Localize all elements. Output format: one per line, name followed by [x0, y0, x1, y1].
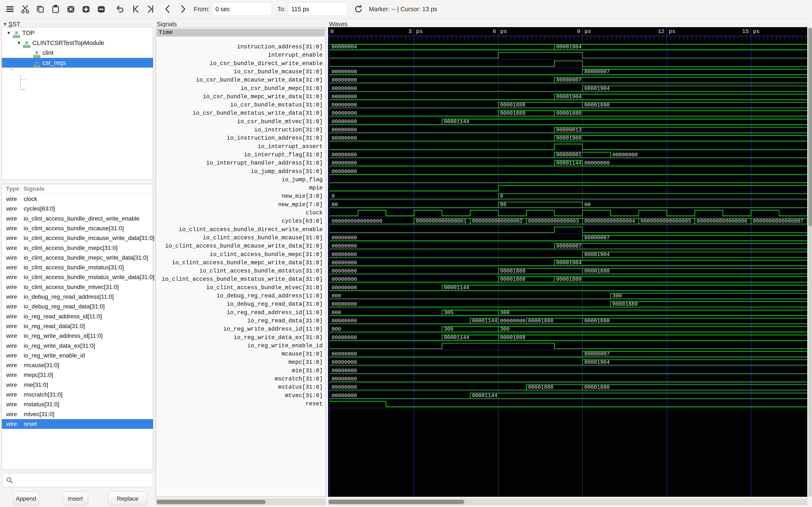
signal-name-row[interactable]: io_csr_bundle_mepc_write_data[31:0] [156, 93, 326, 101]
signal-name-row[interactable]: io_clint_access_bundle_mcause[31:0] [156, 234, 326, 242]
signal-name-row[interactable]: new_mpie[7:0] [156, 201, 326, 209]
signal-name-row[interactable]: io_reg_write_enable_id [156, 342, 326, 350]
table-row[interactable]: wiremie[31:0] [2, 380, 153, 390]
signal-name-row[interactable]: io_clint_access_bundle_mstatus_write_dat… [156, 275, 326, 283]
signal-name-row[interactable]: io_reg_write_data_ex[31:0] [156, 334, 326, 342]
table-row[interactable]: wireio_clint_access_bundle_mcause_write_… [2, 233, 153, 243]
zoom-out-icon[interactable] [96, 3, 107, 15]
signal-name-row[interactable]: mscratch[31:0] [156, 375, 326, 383]
wave-canvas[interactable]: 03ps6ps9ps12ps15ps0000000400001904000000… [328, 27, 807, 497]
table-row[interactable]: wirecycles[63:0] [2, 204, 153, 214]
expander-icon[interactable]: ▼ [17, 38, 21, 48]
from-input[interactable]: 0 sec [212, 2, 272, 16]
signal-name-row[interactable]: new_mie[3:0] [156, 192, 326, 201]
table-row[interactable]: wireio_reg_write_address_id[11:0] [2, 331, 153, 341]
sst-expander-icon[interactable]: ▼ [3, 22, 7, 26]
table-row[interactable]: wireio_reg_read_data[31:0] [2, 321, 153, 331]
table-row[interactable]: wireio_clint_access_bundle_direct_write_… [2, 214, 153, 224]
prev-icon[interactable] [162, 3, 173, 15]
signal-name-row[interactable]: io_interrupt_assert [156, 143, 326, 151]
signal-name-row[interactable]: io_jump_flag [156, 176, 326, 184]
expander-icon[interactable]: ▼ [7, 28, 11, 38]
signal-name-row[interactable]: io_jump_address[31:0] [156, 168, 326, 176]
signal-name-row[interactable]: interrupt_enable [156, 51, 326, 59]
append-button[interactable]: Append [13, 492, 39, 506]
signal-name-row[interactable]: io_csr_bundle_mtvec[31:0] [156, 118, 326, 126]
signal-name-row[interactable]: clock [156, 209, 326, 217]
signal-name-row[interactable]: mepc[31:0] [156, 358, 326, 367]
signal-name-row[interactable]: io_reg_read_data[31:0] [156, 317, 326, 325]
replace-button[interactable]: Replace [108, 492, 147, 506]
tree-item-CLINTCSRTestTopModule[interactable]: ▼CLINTCSRTestTopModule [2, 38, 153, 48]
search-input[interactable] [2, 473, 153, 487]
zoom-fit-icon[interactable] [65, 3, 76, 15]
signal-name-row[interactable]: io_clint_access_bundle_mcause_write_data… [156, 242, 326, 250]
zoom-in-icon[interactable] [81, 3, 91, 15]
signal-name-row[interactable]: io_reg_write_address_id[11:0] [156, 325, 326, 333]
table-row[interactable]: wireio_clint_access_bundle_mepc_write_da… [2, 253, 153, 263]
reload-icon[interactable] [353, 3, 364, 15]
signal-name-row[interactable]: io_interrupt_flag[31:0] [156, 151, 326, 159]
next-icon[interactable] [177, 3, 188, 15]
signal-name-row[interactable]: mie[31:0] [156, 367, 326, 375]
paste-icon[interactable] [50, 3, 61, 15]
signals-hscrollbar-thumb[interactable] [157, 500, 266, 504]
undo-icon[interactable] [115, 3, 125, 15]
signal-name-row[interactable]: mcause[31:0] [156, 350, 326, 358]
waves-hscrollbar-thumb[interactable] [328, 500, 464, 504]
skip-start-icon[interactable] [130, 3, 141, 15]
signal-name-row[interactable]: io_csr_bundle_mcause_write_data[31:0] [156, 76, 326, 84]
table-row[interactable]: wiremscratch[31:0] [2, 390, 153, 399]
insert-button[interactable]: Insert [63, 492, 88, 506]
signal-name-row[interactable]: io_instruction[31:0] [156, 126, 326, 134]
table-row[interactable]: wireio_clint_access_bundle_mepc[31:0] [2, 243, 153, 253]
table-row[interactable]: wiremtvec[31:0] [2, 409, 153, 419]
waves-vscrollbar-thumb[interactable] [808, 28, 812, 226]
table-row[interactable]: wireio_clint_access_bundle_mstatus_write… [2, 272, 153, 282]
signal-name-row[interactable]: mstatus[31:0] [156, 383, 326, 391]
waves-vscrollbar[interactable] [808, 27, 812, 497]
signal-name-row[interactable]: io_csr_bundle_mepc[31:0] [156, 84, 326, 93]
menu-icon[interactable] [5, 3, 15, 15]
signal-name-row[interactable]: io_csr_bundle_direct_write_enable [156, 60, 326, 68]
signal-name-row[interactable]: io_csr_bundle_mstatus_write_data[31:0] [156, 109, 326, 117]
table-row[interactable]: wireio_clint_access_bundle_mtvec[31:0] [2, 282, 153, 292]
signal-name-row[interactable]: io_debug_reg_read_address[11:0] [156, 292, 326, 300]
signal-name-row[interactable]: mtvec[31:0] [156, 392, 326, 400]
waves-hscrollbar[interactable] [328, 499, 807, 505]
column-header-type[interactable]: Type [6, 184, 19, 193]
table-row[interactable]: wireio_reg_write_enable_id [2, 351, 153, 360]
tree-item-csr_regs[interactable]: csr_regs [2, 58, 153, 68]
time-column-header[interactable]: Time [156, 29, 325, 37]
tree-item-clint[interactable]: clint [2, 48, 153, 58]
table-row[interactable]: wiremepc[31:0] [2, 370, 153, 380]
signal-name-row[interactable]: io_interrupt_handler_address[31:0] [156, 159, 326, 167]
signal-name-row[interactable]: io_csr_bundle_mstatus[31:0] [156, 101, 326, 109]
signal-name-row[interactable]: reset [156, 400, 326, 408]
column-header-signals[interactable]: Signals [23, 184, 45, 193]
tree-item-TOP[interactable]: ▼TOP [2, 28, 153, 38]
signal-name-row[interactable]: io_clint_access_bundle_mtvec[31:0] [156, 284, 326, 292]
table-row[interactable]: wirereset [2, 419, 153, 429]
signal-name-row[interactable]: instruction_address[31:0] [156, 43, 326, 51]
table-row[interactable]: wireclock [2, 194, 153, 204]
signal-name-row[interactable]: io_debug_reg_read_data[31:0] [156, 300, 326, 308]
table-row[interactable]: wireio_debug_reg_read_data[31:0] [2, 302, 153, 312]
signal-name-row[interactable]: io_clint_access_bundle_direct_write_enab… [156, 226, 326, 234]
signal-name-row[interactable]: io_clint_access_bundle_mstatus[31:0] [156, 267, 326, 275]
signal-name-row[interactable]: io_clint_access_bundle_mepc[31:0] [156, 250, 326, 259]
signal-name-row[interactable]: io_clint_access_bundle_mepc_write_data[3… [156, 259, 326, 267]
signals-hscrollbar[interactable] [156, 499, 326, 505]
copy-icon[interactable] [35, 3, 46, 15]
signal-name-row[interactable]: mpie [156, 184, 326, 192]
table-row[interactable]: wireio_reg_write_data_ex[31:0] [2, 341, 153, 351]
cut-icon[interactable] [20, 3, 31, 15]
skip-end-icon[interactable] [146, 3, 156, 15]
signal-name-row[interactable]: io_reg_read_address_id[11:0] [156, 308, 326, 317]
to-input[interactable]: 115 ps [288, 2, 348, 16]
table-row[interactable]: wireio_clint_access_bundle_mstatus[31:0] [2, 263, 153, 272]
table-row[interactable]: wireio_debug_reg_read_address[11:0] [2, 292, 153, 302]
signal-name-row[interactable]: cycles[63:0] [156, 217, 326, 225]
table-row[interactable]: wireio_reg_read_address_id[11:0] [2, 312, 153, 321]
signal-name-row[interactable]: io_csr_bundle_mcause[31:0] [156, 68, 326, 76]
